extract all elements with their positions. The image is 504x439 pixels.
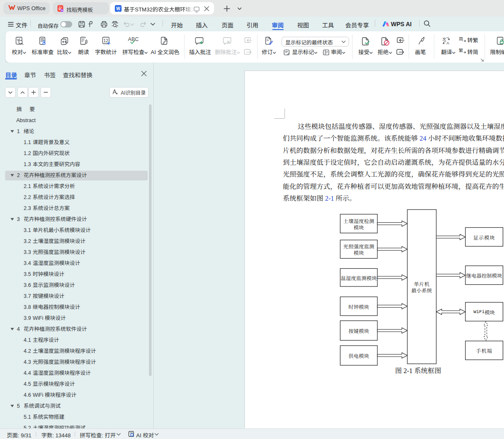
svg-text:显示模块: 显示模块 (473, 234, 495, 241)
svg-text:温湿度监测模块: 温湿度监测模块 (341, 274, 377, 281)
svg-text:简: 简 (459, 36, 463, 42)
svg-text:继电器控制模块: 继电器控制模块 (466, 272, 502, 279)
svg-text:供电模块: 供电模块 (348, 352, 369, 359)
svg-text:ABC: ABC (128, 36, 139, 42)
svg-text:时钟模块: 时钟模块 (348, 303, 369, 310)
svg-text:AI: AI (61, 9, 62, 11)
svg-text:A: A (447, 41, 450, 45)
svg-text:繁: 繁 (459, 48, 463, 53)
svg-text:模块: 模块 (354, 224, 364, 231)
svg-text:最小系统: 最小系统 (411, 286, 432, 294)
svg-text:WiFi模块: WiFi模块 (474, 308, 495, 316)
svg-text:W: W (116, 6, 120, 11)
svg-text:文: 文 (442, 37, 446, 42)
svg-text:手机端: 手机端 (476, 347, 492, 354)
svg-text:12: 12 (103, 38, 108, 43)
svg-text:按键模块: 按键模块 (348, 327, 369, 334)
svg-text:模块: 模块 (354, 249, 364, 256)
